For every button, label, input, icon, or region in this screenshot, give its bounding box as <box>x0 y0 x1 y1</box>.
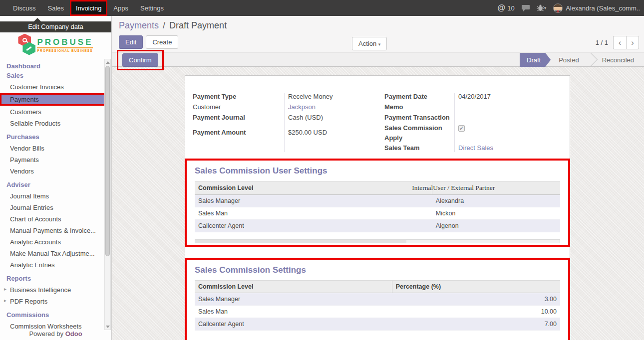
create-button[interactable]: Create <box>146 35 178 49</box>
user-settings-table: Commission Level InternalUser / External… <box>195 181 560 232</box>
sidebar-scrollbar[interactable] <box>104 59 111 330</box>
chevron-right-icon: ▸ <box>4 286 6 292</box>
breadcrumb-separator: / <box>163 20 165 30</box>
payment-journal-label: Payment Journal <box>193 113 284 123</box>
bug-icon[interactable]: ▾ <box>537 4 547 11</box>
user-settings-highlight-box: Sales Commission User Settings Commissio… <box>185 159 570 247</box>
sidebar-item-business-intelligence[interactable]: ▸ Business Intelligence <box>0 284 111 296</box>
status-step-reconciled[interactable]: Reconciled <box>594 53 642 67</box>
user-menu[interactable]: Alexandra (Sales_comm.. <box>553 3 640 13</box>
action-label: Action <box>358 40 376 47</box>
avatar <box>553 3 563 13</box>
sidebar-heading-purchases[interactable]: Purchases <box>0 129 111 143</box>
breadcrumb-current: Draft Payment <box>169 20 227 30</box>
table-horizontal-scrollbar[interactable] <box>195 239 560 243</box>
user-settings-title: Sales Commission User Settings <box>195 166 560 176</box>
edit-button[interactable]: Edit <box>119 35 143 49</box>
sidebar-item-sellable-products[interactable]: Sellable Products <box>0 118 111 129</box>
payment-transaction-value <box>454 113 562 123</box>
cell-user: Alexandra <box>432 195 560 207</box>
status-step-posted[interactable]: Posted <box>551 53 587 67</box>
column-header-internal-user[interactable]: InternalUser / External Partner <box>432 181 560 195</box>
customer-link[interactable]: Jackpson <box>284 102 378 113</box>
sidebar-heading-sales[interactable]: Sales <box>0 72 111 81</box>
sales-team-link[interactable]: Direct Sales <box>454 143 562 154</box>
wrench-icon <box>26 46 32 51</box>
pager-previous-button[interactable]: ‹ <box>613 36 626 49</box>
sidebar-item-chart-of-accounts[interactable]: Chart of Accounts <box>0 213 111 225</box>
cell-percentage: 7.00 <box>392 318 560 331</box>
nav-item-apps[interactable]: Apps <box>107 0 134 16</box>
confirm-highlight-box: Confirm <box>117 50 164 70</box>
table-row[interactable]: Sales Man 10.00 <box>195 306 560 318</box>
table-row[interactable]: Sales Manager 3.00 <box>195 293 560 306</box>
column-header-commission-level[interactable]: Commission Level <box>195 281 392 293</box>
payment-fields: Payment Type Receive Money Customer Jack… <box>193 76 562 156</box>
sidebar-item-label: PDF Reports <box>10 298 47 305</box>
nav-item-settings[interactable]: Settings <box>134 0 170 16</box>
sidebar-item-vendors[interactable]: Vendors <box>0 166 111 177</box>
sidebar-item-customer-invoices[interactable]: Customer Invoices <box>0 81 111 93</box>
company-logo[interactable]: PROBUSE PROFESSIONAL BUSINESS <box>0 32 111 56</box>
memo-value <box>454 102 562 113</box>
scroll-down-icon[interactable] <box>105 324 110 330</box>
cell-commission-level: Sales Manager <box>195 293 392 306</box>
sales-commission-apply-checkbox[interactable]: ✓ <box>458 125 465 132</box>
table-row[interactable]: Sales Man Mickon <box>195 207 560 220</box>
mention-icon: @ <box>498 3 506 12</box>
sidebar-item-journal-entries[interactable]: Journal Entries <box>0 202 111 213</box>
chat-icon[interactable] <box>522 4 530 11</box>
nav-item-discuss[interactable]: Discuss <box>7 0 42 16</box>
table-row[interactable]: Callcenter Agent Algenon <box>195 220 560 232</box>
scroll-up-icon[interactable] <box>105 59 110 65</box>
sidebar-heading-commissions[interactable]: Commissions <box>0 307 111 321</box>
payment-form-sheet: Payment Type Receive Money Customer Jack… <box>185 75 570 340</box>
scrollbar-thumb[interactable] <box>105 66 110 256</box>
sidebar-item-payments-purchases[interactable]: Payments <box>0 154 111 166</box>
sales-team-label: Sales Team <box>384 143 454 154</box>
customer-label: Customer <box>193 102 284 113</box>
cell-user: Algenon <box>432 220 560 232</box>
logo-hexagons-icon <box>18 34 35 56</box>
commission-settings-table: Commission Level Percentage (%) Sales Ma… <box>195 280 560 331</box>
confirm-button[interactable]: Confirm <box>122 53 158 67</box>
commission-settings-highlight-box: Sales Commission Settings Commission Lev… <box>185 258 570 340</box>
sidebar-item-analytic-accounts[interactable]: Analytic Accounts <box>0 236 111 248</box>
status-step-draft[interactable]: Draft <box>520 53 551 67</box>
scrollbar-thumb[interactable] <box>195 240 406 243</box>
sidebar-heading-reports[interactable]: Reports <box>0 271 111 284</box>
sidebar-item-manual-payments[interactable]: Manual Payments & Invoice... <box>0 225 111 236</box>
cell-commission-level: Sales Manager <box>195 195 432 207</box>
sidebar-item-manual-tax[interactable]: Make Manual Tax Adjustme... <box>0 248 111 259</box>
cell-commission-level: Sales Man <box>195 207 432 220</box>
mentions-counter[interactable]: @ 10 <box>498 3 515 12</box>
edit-company-tooltip[interactable]: Edit Company data <box>0 21 111 32</box>
odoo-brand-link[interactable]: Odoo <box>65 330 82 338</box>
sidebar-heading-dashboard[interactable]: Dashboard <box>0 58 111 72</box>
column-header-commission-level[interactable]: Commission Level <box>195 181 432 195</box>
logo-brand-text: PROBUSE <box>37 37 93 47</box>
sidebar-item-analytic-entries[interactable]: Analytic Entries <box>0 259 111 271</box>
table-row[interactable]: Callcenter Agent 7.00 <box>195 318 560 331</box>
powered-by-odoo: Powered by Odoo <box>0 330 111 340</box>
sales-commission-apply-label: Sales Commission Apply <box>384 123 454 143</box>
sidebar-item-customers[interactable]: Customers <box>0 106 111 118</box>
pager-next-button[interactable]: › <box>626 36 639 49</box>
payment-amount-value: $250.00 USD <box>284 128 378 138</box>
sidebar-item-journal-items[interactable]: Journal Items <box>0 190 111 202</box>
logo-tagline: PROFESSIONAL BUSINESS <box>37 47 92 52</box>
nav-item-invoicing[interactable]: Invoicing <box>70 0 107 16</box>
top-navbar: Discuss Sales Invoicing Apps Settings @ … <box>0 0 644 16</box>
sidebar-item-vendor-bills[interactable]: Vendor Bills <box>0 143 111 154</box>
nav-item-sales[interactable]: Sales <box>42 0 70 16</box>
action-dropdown[interactable]: Action ▾ <box>352 37 387 50</box>
main-content: Payments / Draft Payment Edit Create Act… <box>112 16 644 340</box>
breadcrumb-payments-link[interactable]: Payments <box>119 20 159 30</box>
sidebar-item-payments[interactable]: Payments <box>1 95 104 104</box>
table-row[interactable]: Sales Manager Alexandra <box>195 195 560 207</box>
step-chevron-icon <box>587 53 594 67</box>
sidebar-item-pdf-reports[interactable]: ▸ PDF Reports <box>0 296 111 307</box>
sidebar-heading-adviser[interactable]: Adviser <box>0 177 111 190</box>
commission-settings-title: Sales Commission Settings <box>195 265 560 275</box>
column-header-percentage[interactable]: Percentage (%) <box>392 281 560 293</box>
